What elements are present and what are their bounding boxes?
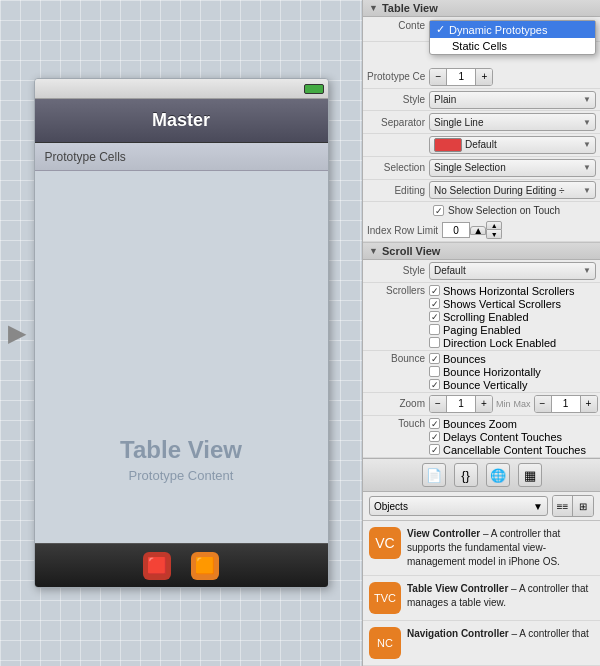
index-row-input[interactable] (442, 222, 470, 238)
nav-controller-item: NC Navigation Controller – A controller … (363, 621, 600, 666)
bounce-vertical-label: Bounce Vertically (443, 379, 527, 391)
index-row-limit-label: Index Row Limit (367, 225, 442, 236)
phone-top-bar (35, 79, 328, 99)
style-dropdown[interactable]: Plain ▼ (429, 91, 596, 109)
bounces-checkbox[interactable]: ✓ (429, 353, 440, 364)
nav-controller-icon: NC (369, 627, 401, 659)
code-icon-btn[interactable]: {} (454, 463, 478, 487)
selection-label: Selection (367, 162, 429, 173)
view-controller-title: View Controller (407, 528, 480, 539)
paging-enabled-checkbox[interactable] (429, 324, 440, 335)
selection-dropdown[interactable]: Single Selection ▼ (429, 159, 596, 177)
nav-title: Master (152, 110, 210, 131)
table-view-controller-item: TVC Table View Controller – A controller… (363, 576, 600, 621)
bounce-horizontal-checkbox[interactable] (429, 366, 440, 377)
zoom-max-stepper[interactable]: − 1 + (534, 395, 598, 413)
red-toolbar-icon[interactable]: 🟥 (143, 552, 171, 580)
separator-dropdown[interactable]: Single Line ▼ (429, 113, 596, 131)
index-row-limit-content: ▲ ▲ ▼ (442, 221, 596, 239)
bounces-zoom-label: Bounces Zoom (443, 418, 517, 430)
delays-content-label: Delays Content Touches (443, 431, 562, 443)
vertical-scrollers-checkbox[interactable]: ✓ (429, 298, 440, 309)
objects-dropdown[interactable]: Objects ▼ (369, 496, 548, 516)
show-selection-label: Show Selection on Touch (448, 205, 560, 216)
scrolling-enabled-label: Scrolling Enabled (443, 311, 529, 323)
bounce-horizontal-label: Bounce Horizontally (443, 366, 541, 378)
right-bottom-area: 📄 {} 🌐 ▦ Objects ▼ ≡≡ ⊞ VC View Controll… (363, 458, 600, 666)
prototype-cells-label: Prototype Cells (45, 150, 126, 164)
grid-view-btn[interactable]: ⊞ (573, 496, 593, 516)
touch-label: Touch (367, 418, 429, 429)
canvas-area: ▶ Master Prototype Cells Table View Prot… (0, 0, 362, 666)
table-view-controller-icon: TVC (369, 582, 401, 614)
prototype-content-label: Prototype Content (129, 468, 234, 483)
zoom-min-down[interactable]: − (430, 396, 446, 412)
arrow-indicator: ▶ (8, 319, 26, 347)
horizontal-scrollers-label: Shows Horizontal Scrollers (443, 285, 574, 297)
nav-controller-title: Navigation Controller (407, 628, 509, 639)
index-up[interactable]: ▲ (486, 221, 502, 230)
view-controller-item: VC View Controller – A controller that s… (363, 521, 600, 576)
scroll-view-section-header: ▼ Scroll View (363, 242, 600, 260)
static-cells-option[interactable]: Static Cells (430, 38, 595, 54)
index-stepper-up[interactable]: ▲ (470, 226, 486, 235)
scroll-style-arrow: ▼ (583, 266, 591, 275)
index-row-limit-row: Index Row Limit ▲ ▲ ▼ (363, 219, 600, 242)
direction-lock-checkbox[interactable] (429, 337, 440, 348)
scrolling-enabled-checkbox[interactable]: ✓ (429, 311, 440, 322)
scroll-collapse-triangle[interactable]: ▼ (369, 246, 378, 256)
separator-content: Single Line ▼ (429, 113, 596, 131)
scroll-section-title: Scroll View (382, 245, 441, 257)
prototype-cells-value: 1 (446, 69, 476, 85)
nav-controller-desc: – A controller that (509, 628, 589, 639)
scroll-style-label: Style (367, 265, 429, 276)
color-dropdown[interactable]: Default ▼ (429, 136, 596, 154)
checkmark: ✓ (436, 23, 445, 36)
table-view-section-header: ▼ Table View (363, 0, 600, 17)
paging-enabled-label: Paging Enabled (443, 324, 521, 336)
sep-dropdown-arrow: ▼ (583, 118, 591, 127)
sphere-icon-btn[interactable]: 🌐 (486, 463, 510, 487)
index-stepper[interactable]: ▲ (470, 221, 486, 239)
zoom-content: − 1 + Min Max − 1 + (429, 395, 598, 413)
delays-content-checkbox[interactable]: ✓ (429, 431, 440, 442)
phone-bottom-toolbar: 🟥 🟧 (35, 543, 328, 587)
file-icon-btn[interactable]: 📄 (422, 463, 446, 487)
view-controller-icon: VC (369, 527, 401, 559)
grid-icon-btn[interactable]: ▦ (518, 463, 542, 487)
list-view-btn[interactable]: ≡≡ (553, 496, 573, 516)
horizontal-scrollers-checkbox[interactable]: ✓ (429, 285, 440, 296)
color-swatch (434, 138, 462, 152)
content-dropdown-menu[interactable]: ✓ Dynamic Prototypes Static Cells (429, 20, 596, 55)
style-dropdown-arrow: ▼ (583, 95, 591, 104)
orange-toolbar-icon[interactable]: 🟧 (191, 552, 219, 580)
zoom-min-up[interactable]: + (476, 396, 492, 412)
stepper-down[interactable]: − (430, 69, 446, 85)
zoom-max-down[interactable]: − (535, 396, 551, 412)
editing-dropdown[interactable]: No Selection During Editing ÷ ▼ (429, 181, 596, 199)
zoom-min-stepper[interactable]: − 1 + (429, 395, 493, 413)
scroll-style-dropdown[interactable]: Default ▼ (429, 262, 596, 280)
view-controller-text: View Controller – A controller that supp… (407, 527, 594, 569)
prototype-cells-stepper[interactable]: − 1 + (429, 68, 493, 86)
index-down[interactable]: ▼ (486, 230, 502, 239)
stepper-up[interactable]: + (476, 69, 492, 85)
zoom-label: Zoom (367, 398, 429, 409)
zoom-max-label: Max (514, 399, 531, 409)
bounces-zoom-checkbox[interactable]: ✓ (429, 418, 440, 429)
scrollers-row: Scrollers ✓ Shows Horizontal Scrollers ✓… (363, 283, 600, 351)
selection-row: Selection Single Selection ▼ (363, 157, 600, 180)
scrollers-label: Scrollers (367, 285, 429, 296)
inspector-panel: ▼ Table View Conte Dynamic Prototypes ▼ … (362, 0, 600, 666)
collapse-triangle[interactable]: ▼ (369, 3, 378, 13)
bounce-vertical-checkbox[interactable]: ✓ (429, 379, 440, 390)
dynamic-prototypes-option[interactable]: ✓ Dynamic Prototypes (430, 21, 595, 38)
view-toggle: ≡≡ ⊞ (552, 495, 594, 517)
zoom-max-up[interactable]: + (581, 396, 597, 412)
cancellable-checkbox[interactable]: ✓ (429, 444, 440, 455)
zoom-row: Zoom − 1 + Min Max − 1 + (363, 393, 600, 416)
separator-row: Separator Single Line ▼ (363, 111, 600, 134)
edit-dropdown-arrow: ▼ (583, 186, 591, 195)
show-selection-checkbox[interactable]: ✓ (433, 205, 444, 216)
direction-lock-label: Direction Lock Enabled (443, 337, 556, 349)
